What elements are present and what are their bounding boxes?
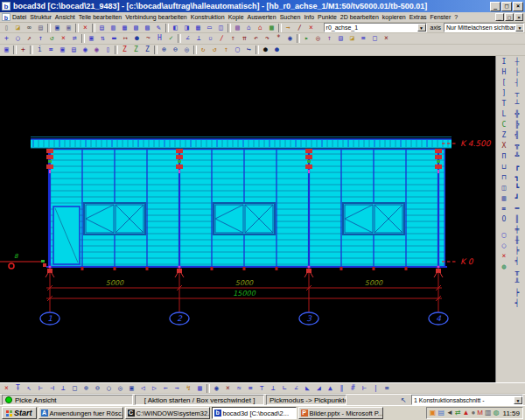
execute-icon[interactable]: ↯ bbox=[183, 383, 194, 393]
level-snap-icon[interactable]: ≈ bbox=[234, 383, 245, 393]
minimize-button[interactable]: _ bbox=[490, 2, 500, 11]
slope-right-icon[interactable]: ◢ bbox=[313, 383, 325, 393]
dim-right-icon[interactable]: ⊣ bbox=[46, 383, 58, 393]
menu--[interactable]: ? bbox=[452, 14, 459, 20]
target-icon[interactable]: ◎ bbox=[312, 34, 324, 44]
joint-dcross-icon[interactable]: ╬ bbox=[512, 109, 523, 119]
section-u-icon[interactable]: [ bbox=[499, 78, 510, 88]
axis-top-icon[interactable]: ⊤ bbox=[256, 383, 268, 393]
app-icon[interactable]: b bbox=[2, 2, 10, 10]
assert-icon[interactable]: ⊢ bbox=[359, 383, 370, 393]
hash-icon[interactable]: # bbox=[347, 383, 359, 393]
task-c-windows-system32-[interactable]: CC:\WINDOWS\system32... bbox=[125, 407, 210, 419]
open-folder-icon[interactable]: ◪ bbox=[12, 23, 24, 32]
zoom-rect-icon[interactable]: □ bbox=[69, 383, 80, 393]
measure-icon[interactable]: Ŧ bbox=[12, 383, 24, 393]
menu-extras[interactable]: Extras bbox=[408, 14, 429, 20]
parallel-icon[interactable]: ∥ bbox=[336, 383, 347, 393]
window-icon[interactable]: □ bbox=[369, 34, 381, 44]
joint-bottom-icon[interactable]: ┴ bbox=[512, 99, 523, 108]
nav-left-icon[interactable]: ◁ bbox=[137, 383, 149, 393]
section-t-icon[interactable]: T bbox=[499, 99, 510, 108]
doc-edit-icon[interactable]: ✎ bbox=[153, 23, 164, 32]
axis-bottom-icon[interactable]: ⊥ bbox=[268, 383, 279, 393]
view-select[interactable]: r0_achse_1 ▼ bbox=[324, 23, 427, 32]
section-box-icon[interactable]: ◫ bbox=[499, 183, 510, 192]
fill-color-icon[interactable]: ▩ bbox=[266, 23, 277, 32]
update-tray-icon[interactable]: ▣ bbox=[430, 409, 437, 417]
section-cup-icon[interactable]: ⊔ bbox=[499, 162, 510, 172]
dim-base-icon[interactable]: ⊥ bbox=[58, 383, 69, 393]
joint-dleft-icon[interactable]: ╠ bbox=[512, 120, 523, 130]
joint-left-icon[interactable]: ├ bbox=[512, 67, 523, 77]
print-icon[interactable]: ▤ bbox=[35, 23, 46, 32]
mdi-close-button[interactable]: × bbox=[514, 13, 523, 21]
chevron-down-icon[interactable]: ▼ bbox=[514, 396, 522, 404]
start-button[interactable]: Start bbox=[2, 407, 37, 419]
view-table-icon[interactable]: ▭ bbox=[204, 23, 215, 32]
chevron-down-icon[interactable]: ▼ bbox=[417, 24, 426, 32]
chevron-down-icon[interactable]: ▼ bbox=[515, 24, 524, 32]
section-o-icon[interactable]: O bbox=[499, 214, 510, 224]
close-x-icon[interactable]: × bbox=[1, 383, 12, 393]
shield-tray-icon[interactable]: ▲ bbox=[463, 409, 470, 417]
orbit-icon[interactable]: ↪ bbox=[243, 46, 255, 55]
pin-icon[interactable]: + bbox=[18, 46, 29, 55]
messenger-tray-icon[interactable]: M bbox=[477, 409, 483, 417]
pick-point-icon[interactable]: ↖ bbox=[24, 383, 35, 393]
section-l-icon[interactable]: L bbox=[499, 109, 510, 119]
mdi-restore-button[interactable]: □ bbox=[505, 13, 514, 21]
pen-red-icon[interactable]: ∕ bbox=[216, 34, 228, 44]
select-circle-icon[interactable]: ○ bbox=[12, 34, 24, 44]
grid-view-icon[interactable]: ▦ bbox=[194, 383, 206, 393]
mdi-document-icon[interactable]: b bbox=[2, 13, 10, 21]
joint-cross-icon[interactable]: ┼ bbox=[512, 57, 523, 66]
model-box-icon[interactable]: ▧ bbox=[232, 23, 243, 32]
beam-icon[interactable]: ▬ bbox=[108, 34, 120, 44]
end-right-icon[interactable]: ╡ bbox=[512, 256, 523, 266]
copy-part-icon[interactable]: ▣ bbox=[86, 34, 97, 44]
move-ne-icon[interactable]: ↗ bbox=[24, 34, 35, 44]
folder-icon[interactable]: ◪ bbox=[346, 34, 358, 44]
export-arrow-icon[interactable]: → bbox=[283, 23, 294, 32]
splice-2-icon[interactable]: ╫ bbox=[512, 235, 523, 245]
z-red-icon[interactable]: Z bbox=[119, 46, 130, 55]
new-document-icon[interactable]: ▯ bbox=[1, 23, 12, 32]
perpendicular-icon[interactable]: ⊥ bbox=[193, 34, 205, 44]
zoom-out-icon[interactable]: ⊖ bbox=[170, 46, 181, 55]
step-left-icon[interactable]: ← bbox=[160, 383, 172, 393]
doc-new-icon[interactable]: ▤ bbox=[96, 23, 108, 32]
doc-props-icon[interactable]: ▧ bbox=[130, 23, 142, 32]
joint-dright-icon[interactable]: ╣ bbox=[512, 130, 523, 140]
view-frame-icon[interactable]: ◫ bbox=[215, 23, 227, 32]
menu-struktur[interactable]: Struktur bbox=[28, 14, 53, 20]
step-right-icon[interactable]: → bbox=[172, 383, 183, 393]
flag-icon[interactable]: ▸ bbox=[301, 34, 312, 44]
stack-icon[interactable]: ≡ bbox=[358, 34, 369, 44]
section-u2-icon[interactable]: ] bbox=[499, 88, 510, 98]
joint-right-icon[interactable]: ┤ bbox=[512, 78, 523, 88]
zoom-all-icon[interactable]: ◎ bbox=[115, 383, 126, 393]
menu-ansicht[interactable]: Ansicht bbox=[53, 14, 77, 20]
close-button[interactable]: × bbox=[513, 2, 523, 11]
tab-right-icon[interactable]: ┥ bbox=[512, 298, 523, 308]
rotate-cw-icon[interactable]: ↻ bbox=[198, 46, 209, 55]
corner-icon[interactable]: ∟ bbox=[279, 383, 290, 393]
corner-tl-icon[interactable]: ┏ bbox=[512, 162, 523, 172]
select-box-icon[interactable]: ▣ bbox=[1, 46, 12, 55]
menu-verbindung-bearbeiten[interactable]: Verbindung bearbeiten bbox=[123, 14, 188, 20]
weld-icon[interactable]: ~ bbox=[143, 34, 154, 44]
zoom-in-icon[interactable]: ⊕ bbox=[80, 383, 92, 393]
menu-suchen[interactable]: Suchen bbox=[278, 14, 303, 20]
doc-attach-icon[interactable]: ▥ bbox=[108, 23, 119, 32]
menu-datei[interactable]: Datei bbox=[10, 14, 28, 20]
move-up-icon[interactable]: ↑ bbox=[35, 34, 46, 44]
mdi-minimize-button[interactable]: _ bbox=[495, 13, 504, 21]
stub-top-icon[interactable]: ╥ bbox=[512, 267, 523, 276]
angle-icon[interactable]: ∠ bbox=[182, 34, 193, 44]
zoom-window-icon[interactable]: ◎ bbox=[181, 46, 192, 55]
walk-icon[interactable]: ⇑ bbox=[228, 34, 239, 44]
menu-2d-bearbeiten[interactable]: 2D bearbeiten bbox=[339, 14, 381, 20]
cut-icon[interactable]: × bbox=[222, 383, 234, 393]
volume-tray-icon[interactable]: ◄ bbox=[446, 409, 453, 417]
